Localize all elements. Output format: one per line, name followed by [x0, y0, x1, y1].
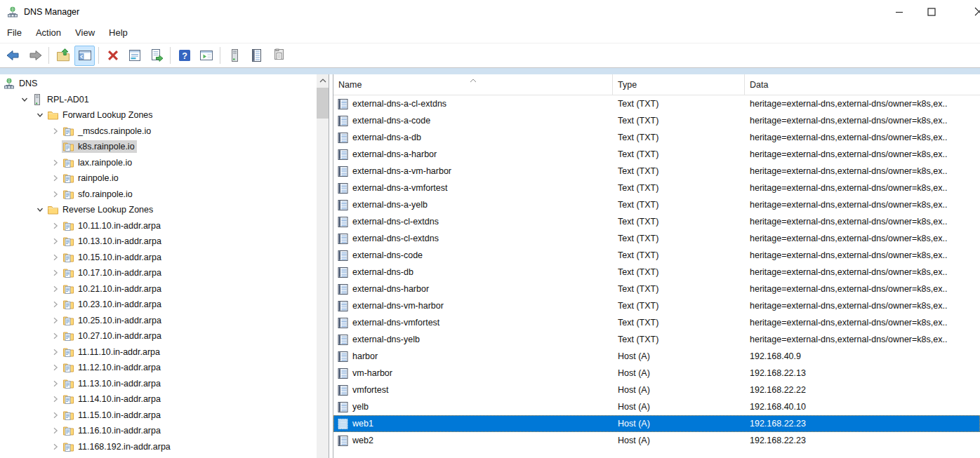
record-type-cell: Text (TXT): [613, 250, 745, 260]
show-console-tree-button[interactable]: [74, 46, 95, 66]
column-header-data[interactable]: Data: [745, 74, 980, 95]
tree-item[interactable]: 11.16.10.in-addr.arpa: [0, 423, 316, 439]
tree-item[interactable]: 11.14.10.in-addr.arpa: [0, 391, 316, 408]
record-row[interactable]: external-dns-a-vmfortestText (TXT)herita…: [333, 180, 980, 196]
record-row[interactable]: external-dns-a-yelbText (TXT)heritage=ex…: [333, 196, 980, 213]
tree-item[interactable]: 10.17.10.in-addr.arpa: [0, 265, 316, 281]
tree-item[interactable]: lax.rainpole.io: [0, 155, 316, 171]
chevron-right-icon[interactable]: [49, 330, 62, 342]
tree-item[interactable]: 10.23.10.in-addr.arpa: [0, 297, 316, 313]
chevron-right-icon[interactable]: [49, 220, 62, 231]
chevron-right-icon[interactable]: [49, 299, 62, 310]
tree-item[interactable]: Reverse Lookup Zones: [0, 202, 316, 218]
chevron-spacer: [49, 141, 62, 152]
record-row[interactable]: harborHost (A)192.168.40.9: [333, 348, 980, 365]
chevron-right-icon[interactable]: [49, 378, 62, 389]
up-one-level-button[interactable]: [53, 46, 73, 66]
chevron-down-icon[interactable]: [34, 109, 46, 121]
menu-file[interactable]: File: [0, 23, 29, 43]
server-status-button[interactable]: [224, 46, 244, 66]
chevron-right-icon[interactable]: [49, 283, 62, 295]
record-icon: [338, 335, 348, 345]
record-row[interactable]: external-dns-harborText (TXT)heritage=ex…: [333, 281, 980, 297]
tree-item[interactable]: RPL-AD01: [0, 92, 316, 108]
tree-item[interactable]: sfo.rainpole.io: [0, 187, 316, 203]
tree-item[interactable]: 10.15.10.in-addr.arpa: [0, 250, 316, 266]
paste-list-button[interactable]: [267, 46, 288, 66]
tree-item[interactable]: DNS: [0, 76, 316, 92]
chevron-right-icon[interactable]: [49, 410, 62, 421]
new-window-button[interactable]: [196, 46, 216, 66]
record-row[interactable]: external-dns-codeText (TXT)heritage=exte…: [333, 247, 980, 264]
scrollbar-up-icon[interactable]: [317, 74, 329, 86]
menu-view[interactable]: View: [68, 23, 102, 43]
chevron-right-icon[interactable]: [49, 126, 62, 137]
record-row[interactable]: external-dns-vm-harborText (TXT)heritage…: [333, 297, 980, 314]
menu-action[interactable]: Action: [29, 23, 68, 43]
record-row[interactable]: vmfortestHost (A)192.168.22.22: [333, 382, 980, 398]
tree-item[interactable]: 11.168.192.in-addr.arpa: [0, 439, 316, 455]
tree-item-label: 11.13.10.in-addr.arpa: [78, 379, 161, 389]
record-row[interactable]: external-dns-cl-extdnsText (TXT)heritage…: [333, 230, 980, 247]
folder-icon: [47, 204, 59, 215]
chevron-right-icon[interactable]: [49, 189, 62, 200]
chevron-right-icon[interactable]: [49, 252, 62, 263]
delete-button[interactable]: [102, 46, 123, 66]
record-row[interactable]: external-dns-a-vm-harborText (TXT)herita…: [333, 163, 980, 180]
record-row[interactable]: yelbHost (A)192.168.40.10: [333, 398, 980, 415]
record-row[interactable]: external-dns-a-dbText (TXT)heritage=exte…: [333, 129, 980, 146]
tree-scrollbar[interactable]: [317, 74, 329, 458]
back-button[interactable]: [3, 46, 23, 66]
record-row[interactable]: external-dns-vmfortestText (TXT)heritage…: [333, 314, 980, 331]
record-row[interactable]: web1Host (A)192.168.22.23: [333, 415, 980, 432]
tree-item[interactable]: 11.13.10.in-addr.arpa: [0, 376, 316, 392]
chevron-down-icon[interactable]: [34, 204, 46, 215]
record-row[interactable]: external-dns-a-harborText (TXT)heritage=…: [333, 146, 980, 163]
chevron-right-icon[interactable]: [49, 346, 62, 358]
help-button[interactable]: ?: [174, 46, 194, 66]
tree-item[interactable]: 11.15.10.in-addr.arpa: [0, 408, 316, 424]
column-header-name[interactable]: Name: [333, 74, 613, 95]
record-row[interactable]: external-dns-yelbText (TXT)heritage=exte…: [333, 331, 980, 348]
export-list-button[interactable]: [146, 46, 166, 66]
maximize-button[interactable]: [915, 0, 948, 23]
chevron-right-icon[interactable]: [49, 425, 62, 436]
column-header-type[interactable]: Type: [613, 74, 745, 95]
record-row[interactable]: external-dns-a-codeText (TXT)heritage=ex…: [333, 112, 980, 129]
tree-item[interactable]: [0, 454, 316, 458]
record-row[interactable]: external-dns-dbText (TXT)heritage=extern…: [333, 264, 980, 281]
menu-help[interactable]: Help: [102, 23, 135, 43]
tree-item[interactable]: rainpole.io: [0, 170, 316, 187]
close-button[interactable]: [962, 0, 980, 23]
tree-item[interactable]: k8s.rainpole.io: [0, 139, 316, 155]
chevron-right-icon[interactable]: [49, 267, 62, 278]
chevron-down-icon[interactable]: [18, 94, 31, 105]
record-name-cell: external-dns-a-cl-extdns: [333, 99, 613, 109]
tree-item[interactable]: 10.21.10.in-addr.arpa: [0, 281, 316, 297]
chevron-right-icon[interactable]: [49, 362, 62, 373]
chevron-right-icon[interactable]: [49, 393, 62, 405]
tree-item[interactable]: 11.12.10.in-addr.arpa: [0, 360, 316, 376]
chevron-right-icon[interactable]: [49, 157, 62, 168]
chevron-right-icon[interactable]: [49, 315, 62, 326]
record-row[interactable]: vm-harborHost (A)192.168.22.13: [333, 365, 980, 382]
record-name-cell: external-dns-code: [333, 250, 613, 261]
record-list-button[interactable]: [246, 46, 266, 66]
chevron-right-icon[interactable]: [49, 173, 62, 184]
record-row[interactable]: web2Host (A)192.168.22.23: [333, 432, 980, 449]
tree-item[interactable]: Forward Lookup Zones: [0, 107, 316, 123]
tree-item[interactable]: 10.13.10.in-addr.arpa: [0, 234, 316, 250]
tree-item[interactable]: 10.25.10.in-addr.arpa: [0, 313, 316, 329]
scrollbar-thumb[interactable]: [317, 88, 329, 119]
properties-button[interactable]: [124, 46, 145, 66]
tree-item[interactable]: 10.27.10.in-addr.arpa: [0, 328, 316, 344]
forward-button[interactable]: [25, 46, 45, 66]
tree-item[interactable]: _msdcs.rainpole.io: [0, 123, 316, 140]
record-row[interactable]: external-dns-a-cl-extdnsText (TXT)herita…: [333, 95, 980, 112]
tree-item[interactable]: 10.11.10.in-addr.arpa: [0, 218, 316, 234]
tree-item[interactable]: 11.11.10.in-addr.arpa: [0, 344, 316, 361]
minimize-button[interactable]: [883, 0, 915, 23]
chevron-right-icon[interactable]: [49, 236, 62, 247]
record-row[interactable]: external-dns-cl-extdnsText (TXT)heritage…: [333, 213, 980, 230]
chevron-right-icon[interactable]: [49, 441, 62, 452]
